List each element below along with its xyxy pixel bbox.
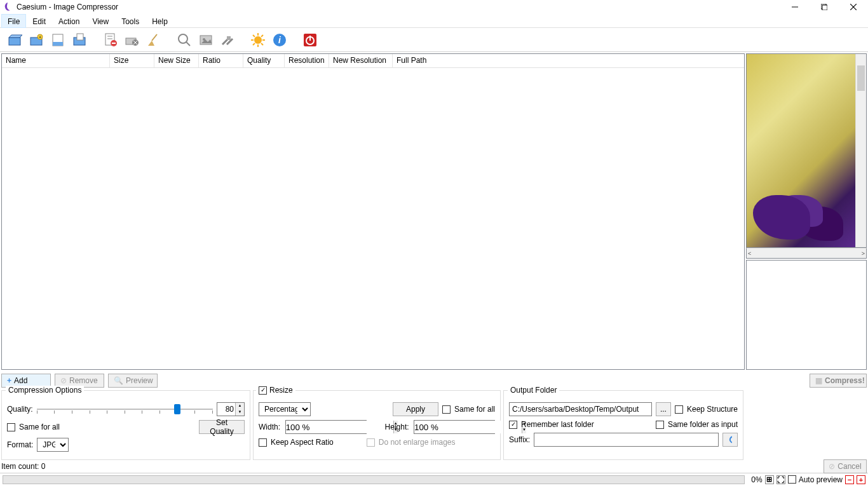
list-body[interactable] [2,68,744,369]
same-folder-checkbox[interactable]: Same folder as input [656,420,738,429]
main-area: Name Size New Size Ratio Quality Resolut… [0,52,868,371]
app-icon [3,2,13,12]
svg-rect-2 [822,5,827,10]
keep-aspect-checkbox[interactable]: Keep Aspect Ratio [259,438,334,447]
resize-legend: Resize [256,386,295,395]
same-for-all-quality[interactable]: Same for all [7,423,60,431]
open-file-icon[interactable] [6,31,24,49]
suffix-label: Suffix: [509,435,530,444]
file-list-pane: Name Size New Size Ratio Quality Resolut… [1,53,745,370]
col-new-resolution[interactable]: New Resolution [329,54,393,67]
clear-list-icon[interactable] [123,31,141,49]
format-select[interactable]: JPG [37,438,69,452]
output-folder-group: Output Folder ... Keep Structure Remembe… [503,390,743,460]
quality-spinbox[interactable]: ▲▼ [217,402,245,416]
zoom-icon[interactable] [175,31,193,49]
preview-hscroll[interactable]: <> [746,248,867,259]
window-title: Caesium - Image Compressor [17,3,118,11]
resize-group: Resize Percentage Apply Same for all Wid… [253,390,501,460]
remember-folder-checkbox[interactable]: Remember last folder [509,420,594,429]
col-size[interactable]: Size [110,54,154,67]
set-quality-button[interactable]: Set Quality [199,420,245,434]
remove-item-icon[interactable] [102,31,119,49]
toolbar: + i [0,28,868,52]
bottom-bar: 0% ⊞ ⛶ Auto preview − + [0,473,868,485]
auto-preview-checkbox[interactable]: Auto preview [788,475,843,484]
col-name[interactable]: Name [2,54,110,67]
keep-structure-checkbox[interactable]: Keep Structure [675,405,738,414]
preview-pane: <> [746,53,867,370]
zoom-in-icon[interactable]: + [857,475,865,484]
width-label: Width: [259,423,281,431]
action-row: +Add ⊘Remove 🔍Preview ▦Compress! [1,372,867,389]
svg-line-36 [261,43,263,45]
full-icon[interactable]: ⛶ [776,475,785,484]
menu-tools[interactable]: Tools [115,14,146,28]
compression-options-group: Compression Options Quality: ▲▼ Same for… [1,390,250,460]
col-full-path[interactable]: Full Path [393,54,744,67]
cancel-button[interactable]: ⊘Cancel [824,459,867,473]
preview-original [746,53,867,248]
svg-line-38 [261,35,263,37]
col-new-size[interactable]: New Size [154,54,199,67]
resize-checkbox[interactable]: Resize [259,386,293,395]
quality-slider[interactable] [37,403,213,416]
width-input[interactable] [286,421,393,433]
save-list-icon[interactable] [50,31,67,49]
svg-point-23 [179,34,187,43]
status-row: Item count: 0 ⊘Cancel [1,460,867,473]
menu-action[interactable]: Action [52,14,86,28]
compress-button[interactable]: ▦Compress! [810,374,867,388]
resize-mode-select[interactable]: Percentage [259,402,311,416]
suffix-input[interactable] [534,433,719,447]
menubar: File Edit Action View Tools Help [0,14,868,28]
window-controls [780,0,868,14]
quality-label: Quality: [7,405,33,414]
open-list-icon[interactable] [71,31,89,49]
compression-legend: Compression Options [6,386,84,395]
open-folder-icon[interactable]: + [28,31,46,49]
menu-help[interactable]: Help [146,14,174,28]
output-path-input[interactable] [509,402,652,416]
broom-icon[interactable] [145,31,163,49]
fit-icon[interactable]: ⊞ [765,475,774,484]
progress-bar [3,475,745,484]
svg-line-24 [186,42,190,46]
same-for-all-resize[interactable]: Same for all [442,405,495,414]
exit-icon[interactable] [301,31,319,49]
item-count-label: Item count: 0 [1,462,45,471]
list-header: Name Size New Size Ratio Quality Resolut… [2,54,744,68]
height-label: Height: [385,423,410,431]
maximize-button[interactable] [810,0,839,14]
format-label: Format: [7,440,33,449]
apply-resize-button[interactable]: Apply [393,402,438,416]
preview-compressed [746,260,867,370]
update-icon[interactable] [249,31,267,49]
info-icon[interactable]: i [271,31,288,49]
preview-vscroll[interactable] [855,54,866,247]
titlebar: Caesium - Image Compressor [0,0,868,14]
progress-percent: 0% [751,475,762,484]
menu-edit[interactable]: Edit [26,14,52,28]
preview-button[interactable]: 🔍Preview [108,374,158,388]
preview-image [747,54,855,247]
reset-suffix-button[interactable] [722,433,738,447]
browse-button[interactable]: ... [656,402,671,416]
image-compress-icon[interactable] [197,31,215,49]
col-resolution[interactable]: Resolution [285,54,329,67]
col-quality[interactable]: Quality [243,54,285,67]
quality-value[interactable] [217,403,235,416]
svg-rect-12 [77,34,83,40]
svg-line-22 [152,34,157,41]
svg-line-37 [253,43,255,45]
zoom-out-icon[interactable]: − [845,475,854,484]
menu-file[interactable]: File [1,14,26,28]
svg-rect-10 [53,42,63,46]
close-button[interactable] [839,0,868,14]
col-ratio[interactable]: Ratio [199,54,243,67]
output-legend: Output Folder [508,386,559,395]
settings-icon[interactable] [219,31,236,49]
menu-view[interactable]: View [86,14,115,28]
minimize-button[interactable] [780,0,810,14]
svg-line-35 [253,35,255,37]
